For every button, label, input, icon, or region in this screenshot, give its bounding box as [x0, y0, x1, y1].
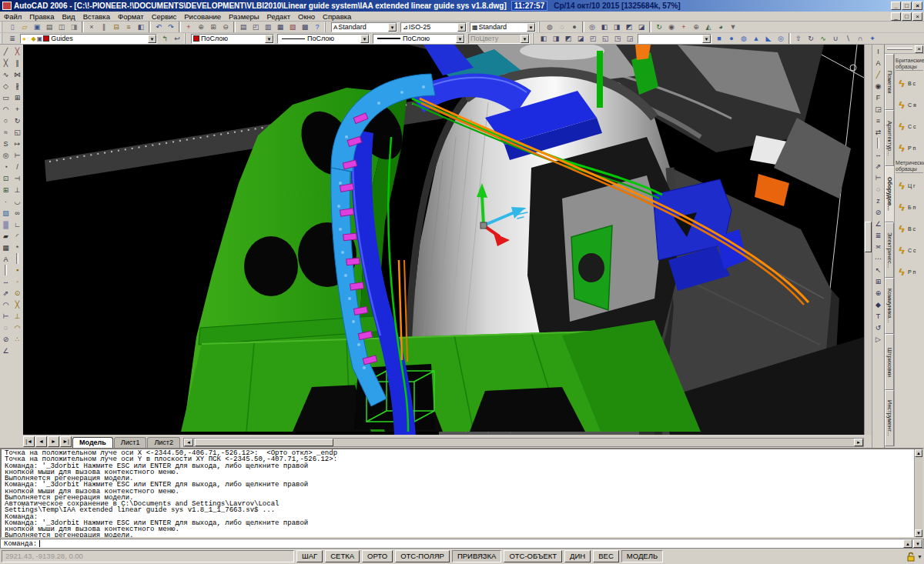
dim-continue[interactable]: ⋯ — [873, 252, 884, 264]
menu-insert[interactable]: Вставка — [79, 12, 114, 21]
spline[interactable]: S — [1, 138, 12, 149]
palette-tab-electrical[interactable]: Электричес... — [885, 222, 894, 279]
top-view[interactable]: ◧ — [598, 22, 611, 32]
chevron-down-icon[interactable]: ▼ — [388, 23, 397, 32]
top-view-2[interactable]: ◧ — [537, 33, 550, 44]
make-object-layer-current-icon[interactable]: ↰ — [159, 33, 171, 44]
close-button[interactable]: × — [912, 2, 922, 10]
scroll-left-icon[interactable]: ◄ — [184, 439, 193, 446]
layer-plot-icon[interactable]: ▣ — [37, 35, 43, 42]
cut[interactable]: × — [85, 22, 98, 32]
dim-linear-2[interactable]: ↔ — [873, 149, 884, 160]
break[interactable]: ◡ — [12, 195, 23, 207]
left-view[interactable]: ◩ — [562, 33, 574, 44]
camera[interactable]: ◉ — [665, 22, 678, 32]
menu-file[interactable]: Файл — [0, 12, 25, 21]
palette-section-imperial[interactable]: Британские образцы — [896, 58, 923, 71]
polar-toggle[interactable]: ОТС-ПОЛЯР — [395, 550, 450, 562]
command-scroll-down-icon[interactable]: ▼ — [913, 539, 922, 548]
menu-tools[interactable]: Сервис — [148, 12, 181, 21]
line[interactable]: ╱ — [1, 45, 12, 57]
palette-tool-7[interactable]: ϟВ с — [896, 219, 923, 238]
text-style-combo[interactable]: A Standard ▼ — [331, 22, 397, 32]
quick-leader[interactable]: ↖ — [873, 264, 884, 275]
dim-radius-2[interactable]: ◌ — [873, 183, 884, 195]
rotate[interactable]: ↻ — [12, 115, 23, 126]
chamfer[interactable]: ∟ — [12, 219, 23, 230]
construction-line[interactable]: ╳ — [1, 57, 12, 68]
lwt-toggle[interactable]: ВЕС — [593, 550, 619, 562]
tab-nav-prev[interactable]: ◄ — [35, 436, 47, 447]
join[interactable]: ∞ — [12, 207, 23, 219]
move[interactable]: + — [12, 103, 23, 115]
center-mark[interactable]: ⊕ — [873, 287, 884, 299]
chevron-down-icon[interactable]: ▼ — [456, 35, 464, 43]
front-view-2[interactable]: ◰ — [587, 33, 599, 44]
menu-help[interactable]: Справка — [319, 12, 355, 21]
chevron-down-icon[interactable]: ▼ — [265, 35, 273, 43]
block-editor[interactable]: ◧ — [135, 22, 147, 32]
make-block[interactable]: ⊞ — [1, 184, 12, 195]
save[interactable]: ▣ — [31, 22, 43, 32]
justify-text[interactable]: ≡ — [873, 115, 884, 126]
se-isometric-view[interactable]: ◪ — [635, 22, 648, 32]
revolve[interactable]: ↻ — [805, 33, 817, 44]
layer-on-icon[interactable]: ● — [22, 35, 26, 42]
viewport-vscrollbar[interactable] — [864, 45, 872, 435]
copy-clip[interactable]: ∥ — [98, 22, 110, 32]
dim-ordinate-2[interactable]: ⊢ — [873, 172, 884, 183]
mtext[interactable]: I — [873, 45, 884, 57]
extrude[interactable]: ⇧ — [792, 33, 805, 44]
model-toggle[interactable]: МОДЕЛЬ — [621, 550, 663, 562]
palette-tool-6[interactable]: ϟБ п — [896, 198, 923, 216]
dim-linear[interactable]: ↔ — [1, 275, 12, 287]
layer-freeze-icon[interactable]: ◌ — [27, 35, 31, 42]
hatch[interactable]: ▨ — [1, 207, 12, 219]
palette-tool-4[interactable]: ϟР п — [896, 138, 923, 157]
designcenter[interactable]: ◰ — [249, 22, 262, 32]
snap-toggle[interactable]: ШАГ — [296, 550, 323, 562]
open[interactable]: ▱ — [18, 22, 31, 32]
3d-model-canvas[interactable] — [23, 45, 864, 435]
rectangle[interactable]: ▭ — [1, 92, 12, 103]
palette-grip[interactable] — [887, 48, 912, 50]
table-style-combo[interactable]: ▦ Standard ▼ — [470, 22, 536, 32]
copy[interactable]: ∥ — [12, 57, 23, 68]
find-replace[interactable]: ◉ — [873, 80, 884, 92]
zoom-window[interactable]: ⊞ — [207, 22, 219, 32]
menu-edit[interactable]: Правка — [25, 12, 58, 21]
shade[interactable]: ◕ — [715, 22, 727, 32]
tab-model[interactable]: Модель — [72, 437, 113, 448]
menu-modify[interactable]: Редакт — [263, 12, 294, 21]
command-scrollbar[interactable]: ▲ ▼ — [914, 449, 922, 537]
doc-minimize-button[interactable]: _ — [891, 12, 901, 21]
zoom-previous[interactable]: ⊖ — [219, 22, 232, 32]
multiline-text[interactable]: A — [1, 253, 12, 265]
doc-restore-button[interactable]: □ — [902, 12, 912, 21]
grid-toggle[interactable]: СЕТКА — [325, 550, 360, 562]
palette-tool-1[interactable]: ϟВ с — [896, 74, 923, 92]
quick-dimension[interactable]: ≣ — [873, 229, 884, 241]
array[interactable]: ⊞ — [12, 92, 23, 103]
palette-tab-architectural[interactable]: Архитектур... — [885, 110, 894, 166]
erase[interactable]: ╳ — [12, 45, 23, 57]
dyn-toggle[interactable]: ДИН — [564, 550, 591, 562]
table[interactable]: ▦ — [1, 242, 12, 253]
layer-lock-icon[interactable]: ◆ — [32, 35, 36, 42]
3d-pan[interactable]: + — [678, 22, 690, 32]
osnap-nearest[interactable]: ∴ — [12, 333, 23, 345]
layer-properties-manager-icon[interactable]: ≣ — [6, 33, 18, 44]
palette-close-icon[interactable]: × — [915, 45, 923, 53]
tab-nav-next[interactable]: ► — [48, 436, 59, 447]
show-objects[interactable]: ● — [568, 22, 581, 32]
break-at-point[interactable]: ⊥ — [12, 184, 23, 195]
3d-orbit[interactable]: ↻ — [653, 22, 665, 32]
color-combo[interactable]: ПоСлою ▼ — [191, 34, 274, 44]
polyline[interactable]: ∿ — [1, 68, 12, 80]
toolbar-grip[interactable] — [324, 22, 327, 32]
osnap-endpoint[interactable]: ▪ — [12, 264, 23, 275]
osnap-center[interactable]: ⊙ — [12, 287, 23, 299]
osnap-intersection[interactable]: ╳ — [12, 299, 23, 310]
dim-edit[interactable]: ◆ — [873, 299, 884, 310]
box[interactable]: ■ — [713, 33, 725, 44]
